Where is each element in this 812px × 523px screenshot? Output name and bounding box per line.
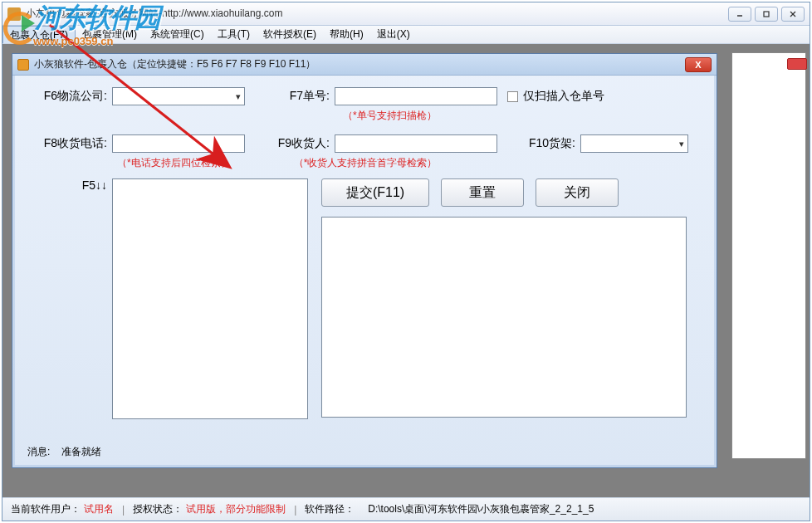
submit-button[interactable]: 提交(F11) — [321, 178, 429, 207]
dialog-close-button[interactable]: X — [685, 57, 712, 72]
scan-only-label: 仅扫描入仓单号 — [523, 89, 604, 104]
f5-list-area[interactable] — [112, 178, 308, 419]
status-auth-value: 试用版，部分功能限制 — [186, 502, 286, 516]
menu-help[interactable]: 帮助(H) — [323, 26, 370, 43]
f6-label: F6物流公司: — [27, 89, 112, 104]
dialog-title: 小灰狼软件-包裹入仓（定位快捷键：F5 F6 F7 F8 F9 F10 F11） — [34, 57, 685, 71]
f9-hint: （*收货人支持拼音首字母检索） — [294, 156, 438, 170]
reset-button[interactable]: 重置 — [441, 178, 524, 207]
menu-system-manage[interactable]: 系统管理(C) — [144, 26, 211, 43]
status-path-value: D:\tools\桌面\河东软件园\小灰狼包裹管家_2_2_1_5 — [368, 502, 594, 516]
menu-package-manage[interactable]: 包裹管理(M) — [76, 26, 144, 43]
f10-label: F10货架: — [514, 136, 580, 151]
status-path-label: 软件路径： — [305, 502, 355, 516]
status-user-label: 当前软件用户： — [11, 502, 81, 516]
status-auth-label: 授权状态： — [133, 502, 183, 516]
f8-label: F8收货电话: — [27, 136, 112, 151]
titlebar[interactable]: 小灰狼包裹管家-官方服务网站-http://www.xiaohuilang.co… — [2, 2, 810, 26]
f7-order-input[interactable] — [335, 87, 497, 105]
app-icon — [7, 7, 21, 21]
f9-label: F9收货人: — [276, 136, 335, 151]
menu-license[interactable]: 软件授权(E) — [257, 26, 323, 43]
svg-rect-1 — [764, 12, 769, 17]
msg-label: 消息: — [27, 446, 50, 457]
log-area[interactable] — [321, 217, 687, 418]
menu-tools[interactable]: 工具(T) — [211, 26, 257, 43]
statusbar: 当前软件用户： 试用名 | 授权状态： 试用版，部分功能限制 | 软件路径： D… — [2, 497, 810, 521]
dialog-titlebar[interactable]: 小灰狼软件-包裹入仓（定位快捷键：F5 F6 F7 F8 F9 F10 F11）… — [12, 54, 717, 76]
f7-hint: （*单号支持扫描枪） — [343, 109, 437, 123]
f8-hint: （*电话支持后四位检索） — [117, 156, 231, 170]
f10-shelf-combo[interactable] — [580, 134, 688, 153]
menubar: 包裹入仓(F7) 包裹管理(M) 系统管理(C) 工具(T) 软件授权(E) 帮… — [2, 26, 810, 44]
menu-exit[interactable]: 退出(X) — [370, 26, 417, 43]
f5-label: F5↓↓ — [27, 178, 112, 419]
scan-only-checkbox[interactable] — [507, 91, 518, 102]
close-button[interactable] — [781, 7, 805, 22]
f8-phone-input[interactable] — [112, 134, 245, 153]
package-in-dialog: 小灰狼软件-包裹入仓（定位快捷键：F5 F6 F7 F8 F9 F10 F11）… — [12, 53, 717, 468]
maximize-button[interactable] — [755, 7, 778, 22]
f6-logistics-combo[interactable] — [112, 87, 245, 105]
background-window[interactable] — [731, 52, 806, 459]
dialog-icon — [17, 59, 29, 71]
f7-label: F7单号: — [276, 89, 335, 104]
menu-package-in[interactable]: 包裹入仓(F7) — [2, 26, 76, 43]
window-title: 小灰狼包裹管家-官方服务网站-http://www.xiaohuilang.co… — [26, 7, 728, 21]
close-dialog-button[interactable]: 关闭 — [536, 178, 619, 207]
minimize-button[interactable] — [728, 7, 751, 22]
f9-receiver-input[interactable] — [335, 134, 497, 153]
msg-value: 准备就绪 — [61, 446, 101, 457]
status-sep: | — [122, 504, 125, 516]
status-sep: | — [294, 504, 296, 516]
status-user-value: 试用名 — [84, 502, 114, 516]
